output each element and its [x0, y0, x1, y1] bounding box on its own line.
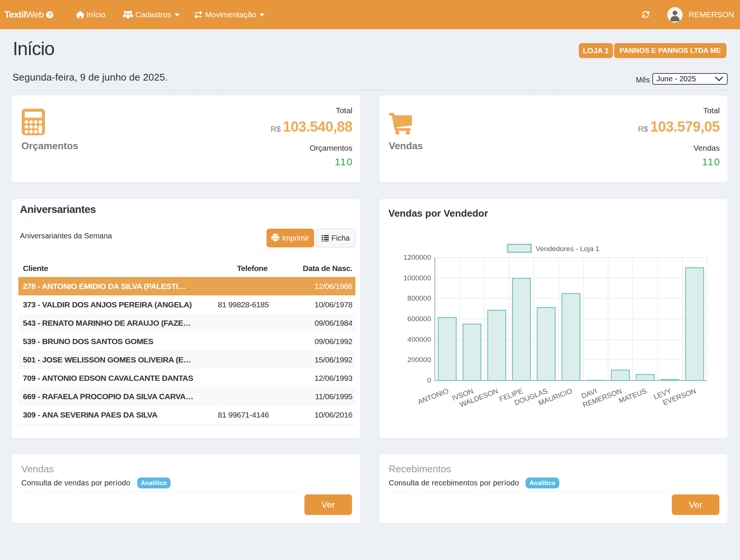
svg-text:200000: 200000 — [407, 356, 431, 364]
svg-text:600000: 600000 — [407, 315, 431, 323]
svg-text:ANTONIO: ANTONIO — [416, 387, 449, 406]
svg-text:MATEUS: MATEUS — [617, 387, 647, 404]
svg-text:0: 0 — [427, 376, 431, 384]
svg-text:Vendedores - Loja 1: Vendedores - Loja 1 — [536, 245, 599, 253]
svg-text:1200000: 1200000 — [403, 253, 431, 261]
svg-text:1000000: 1000000 — [403, 274, 431, 282]
svg-text:400000: 400000 — [407, 335, 431, 343]
svg-text:800000: 800000 — [407, 294, 431, 302]
